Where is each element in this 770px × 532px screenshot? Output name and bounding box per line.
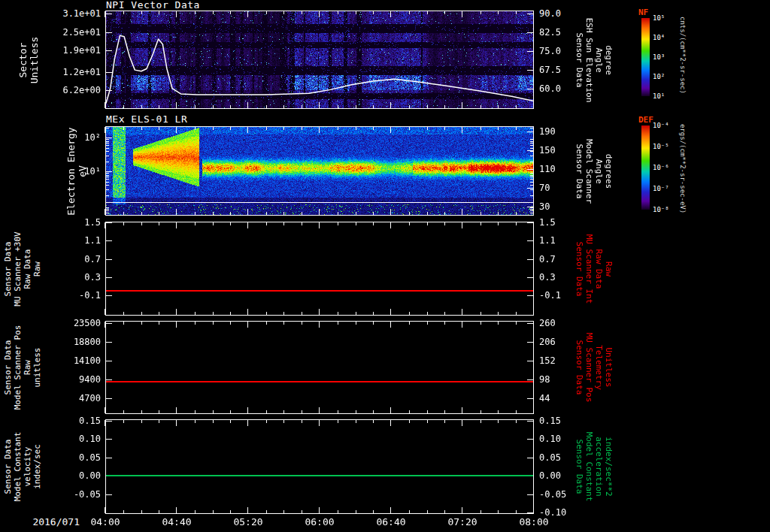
panel-3-xtick-bottom-2 (247, 309, 248, 315)
panel-3-xtick-top-5 (462, 222, 462, 228)
log-minor-tick (530, 141, 533, 142)
xtick-minor (302, 420, 302, 423)
panel-3-frame (105, 222, 534, 316)
panel-1-right-axis-label-line-0: Sensor Data (574, 32, 584, 87)
panel-5-xtick-bottom-6 (533, 507, 534, 513)
xtick-minor (480, 410, 481, 413)
colorbar-def-tick-4: 10⁻⁸ (653, 206, 683, 213)
panel-1-right-tickmark-2 (527, 51, 533, 52)
xtick-minor (409, 11, 410, 14)
panel-3-left-tickmark-0 (106, 222, 112, 223)
xtick-minor (338, 222, 338, 225)
xtick-minor (230, 212, 231, 215)
xtick-minor (373, 322, 374, 325)
xtick-minor (141, 222, 142, 225)
xtick-minor (498, 312, 499, 315)
panel-3-left-tick-4: -0.1 (51, 290, 101, 301)
xtick-minor (480, 105, 481, 108)
xtick-minor (266, 410, 267, 413)
log-minor-tick (530, 175, 533, 176)
xtick-minor (159, 212, 159, 215)
log-minor-tick (530, 207, 533, 208)
xtick-minor (516, 322, 517, 325)
panel-3-data-line (106, 290, 533, 292)
log-minor-tick (530, 210, 533, 211)
panel-1-left-tickmark-4 (106, 90, 112, 91)
xtick-minor (373, 410, 374, 413)
xtick-minor (302, 510, 302, 513)
xtick-minor (213, 410, 214, 413)
xtick-minor (516, 127, 517, 130)
xtick-minor (159, 312, 159, 315)
panel-3-right-tickmark-0 (527, 222, 533, 223)
panel-5-xtick-top-6 (533, 420, 534, 426)
xtick-minor (266, 312, 267, 315)
panel-2-xtick-bottom-5 (462, 209, 462, 215)
panel-3-left-tickmark-4 (106, 295, 112, 296)
panel-2-xtick-bottom-3 (319, 209, 320, 215)
log-minor-tick (530, 128, 533, 128)
xtick-minor (283, 11, 284, 14)
panel-4-xtick-top-4 (390, 322, 391, 328)
xtick-minor (373, 212, 374, 215)
xtick-minor (123, 322, 124, 325)
log-minor-tick (106, 148, 109, 149)
xtick-minor (444, 11, 445, 14)
panel-4-xtick-bottom-2 (247, 407, 248, 413)
panel-1-xtick-top-5 (462, 11, 462, 17)
xtick-minor (480, 322, 481, 325)
panel-5-xtick-top-4 (390, 420, 391, 426)
log-minor-tick (106, 151, 109, 152)
xtick-minor (230, 222, 231, 225)
xtick-minor (356, 410, 356, 413)
panel-5-left-tickmark-2 (106, 458, 112, 458)
panel-4-left-axis-label-line-1: Model Scanner Pos (13, 325, 23, 410)
panel-2-xtick-top-3 (319, 127, 320, 133)
xtick-minor (444, 312, 445, 315)
xtick-minor (338, 127, 338, 130)
x-axis-tick-label-3: 06:00 (295, 516, 344, 527)
panel-4-right-axis-label-line-2: Telemetry (594, 345, 604, 390)
panel-4-right-axis-label-line-0: Sensor Data (574, 340, 584, 395)
xtick-minor (338, 420, 338, 423)
panel-4-left-tick-0: 23500 (51, 318, 101, 328)
xtick-minor (356, 11, 356, 14)
panel-4-xtick-bottom-5 (462, 407, 462, 413)
xtick-minor (373, 222, 374, 225)
xtick-minor (123, 105, 124, 108)
panel-4-xtick-bottom-0 (105, 407, 105, 413)
xtick-minor (373, 11, 374, 14)
panel-1-left-tickmark-2 (106, 50, 112, 51)
xtick-minor (480, 11, 481, 14)
colorbar-nf-name: NF (638, 8, 648, 17)
xtick-minor (302, 410, 302, 413)
panel-2-right-axis-label-line-3: degrees (604, 153, 614, 188)
colorbar-def-gradient (641, 125, 650, 210)
log-minor-tick (106, 213, 109, 213)
panel-1-left-axis-label-line-1: Unitless (29, 36, 40, 83)
panel-1-right-tickmark-3 (527, 70, 533, 71)
panel-3-xtick-top-1 (176, 222, 177, 228)
panel-5-left-tick-2: 0.05 (51, 452, 101, 463)
xtick-minor (213, 322, 214, 325)
panel-4-left-tick-4: 4700 (51, 393, 101, 404)
panel-2-left-axis-label-line-1: eV (77, 165, 88, 177)
colorbar-def-tick-0: 10⁻⁴ (653, 122, 683, 129)
xtick-minor (480, 127, 481, 130)
panel-1-spectrogram (106, 11, 533, 108)
panel-1-left-tick-1: 2.5e+01 (51, 27, 101, 38)
panel-5-right-axis-label-line-2: acceleration (594, 437, 604, 496)
xtick-minor (283, 312, 284, 315)
panel-1-xtick-top-4 (390, 11, 391, 17)
log-minor-tick (530, 209, 533, 210)
xtick-minor (195, 322, 196, 325)
xtick-minor (427, 212, 428, 215)
xtick-minor (302, 105, 302, 108)
xtick-minor (141, 322, 142, 325)
panel-5-left-axis-label-line-3: index/sec (32, 444, 42, 489)
colorbar-def-tick-2: 10⁻⁶ (653, 164, 683, 171)
panel-4-right-axis-label-line-1: MU Scanner Pos (584, 333, 594, 403)
panel-4-left-tick-2: 14100 (51, 355, 101, 366)
xtick-minor (373, 510, 374, 513)
log-minor-tick (106, 189, 109, 190)
